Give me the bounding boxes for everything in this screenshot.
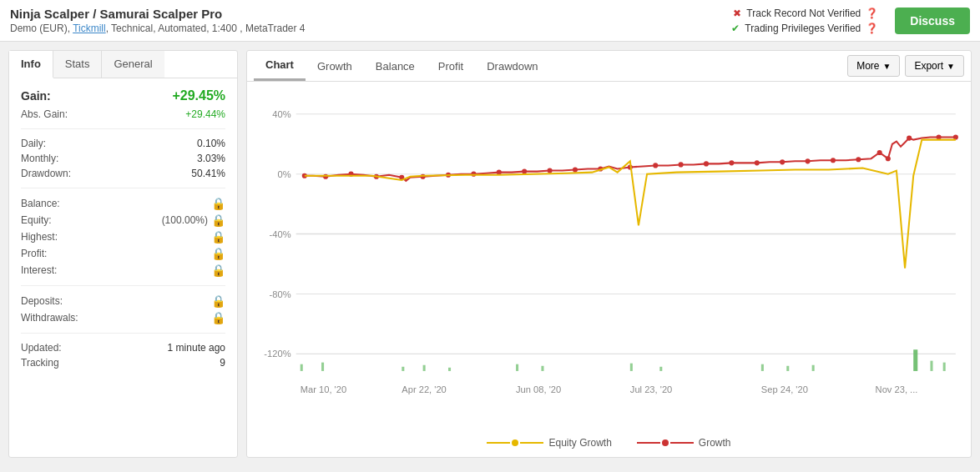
tab-stats[interactable]: Stats xyxy=(53,51,103,78)
svg-text:Jul 23, '20: Jul 23, '20 xyxy=(630,384,672,394)
tab-general[interactable]: General xyxy=(102,51,164,78)
abs-gain-label: Abs. Gain: xyxy=(21,108,68,120)
monthly-label: Monthly: xyxy=(21,153,58,164)
svg-rect-18 xyxy=(402,367,404,371)
drawdown-value: 50.41% xyxy=(191,168,225,179)
gain-label: Gain: xyxy=(21,89,51,103)
drawdown-row: Drawdown: 50.41% xyxy=(21,166,225,181)
trading-privileges-status: ✔ Trading Privileges Verified ❓ xyxy=(731,23,878,34)
daily-label: Daily: xyxy=(21,138,46,149)
right-panel: Chart Growth Balance Profit Drawdown Mor… xyxy=(246,50,972,458)
updated-row: Updated: 1 minute ago xyxy=(21,340,225,355)
header-left: Ninja Scalper / Samurai Scalper Pro Demo… xyxy=(10,7,305,34)
abs-gain-value: +29.44% xyxy=(185,108,225,120)
daily-row: Daily: 0.10% xyxy=(21,136,225,151)
header-subtitle: Demo (EUR), Tickmill, Technical, Automat… xyxy=(10,23,305,34)
profit-lock-icon: 🔒 xyxy=(211,247,225,260)
check-icon: ✔ xyxy=(731,23,740,34)
updated-label: Updated: xyxy=(21,342,62,354)
growth-line-indicator xyxy=(637,439,694,446)
interest-label: Interest: xyxy=(21,264,57,276)
svg-point-38 xyxy=(471,172,476,177)
svg-point-45 xyxy=(653,163,658,168)
chart-legend: Equity Growth Growth xyxy=(247,432,971,457)
equity-growth-line-indicator xyxy=(487,439,543,446)
track-record-status: ✖ Track Record Not Verified ❓ xyxy=(733,8,878,19)
equity-value-group: (100.00%) 🔒 xyxy=(162,213,225,227)
chart-tab-profit[interactable]: Profit xyxy=(427,53,475,80)
svg-point-41 xyxy=(548,168,553,173)
balance-label: Balance: xyxy=(21,198,60,209)
svg-point-48 xyxy=(729,160,734,165)
growth-label: Growth xyxy=(699,437,731,449)
header: Ninja Scalper / Samurai Scalper Pro Demo… xyxy=(0,0,980,42)
svg-point-55 xyxy=(886,156,891,161)
svg-rect-30 xyxy=(943,363,946,371)
tracking-label: Tracking xyxy=(21,357,59,369)
tracking-row: Tracking 9 xyxy=(21,355,225,370)
tracking-value: 9 xyxy=(220,357,225,369)
main-content: Info Stats General Gain: +29.45% Abs. Ga… xyxy=(0,42,980,466)
gain-row: Gain: +29.45% xyxy=(21,88,225,103)
svg-text:-40%: -40% xyxy=(270,229,291,239)
chart-tab-bar: Chart Growth Balance Profit Drawdown Mor… xyxy=(247,51,971,82)
svg-rect-23 xyxy=(630,364,633,371)
svg-rect-19 xyxy=(423,365,426,371)
svg-point-49 xyxy=(755,160,760,165)
more-arrow-icon: ▼ xyxy=(883,62,892,71)
svg-rect-28 xyxy=(913,349,917,371)
equity-label: Equity: xyxy=(21,214,52,226)
svg-rect-22 xyxy=(541,366,543,371)
broker-link[interactable]: Tickmill xyxy=(73,23,106,34)
svg-text:Nov 23, ...: Nov 23, ... xyxy=(876,384,918,394)
equity-growth-label: Equity Growth xyxy=(548,437,611,449)
chart-tab-drawdown[interactable]: Drawdown xyxy=(475,53,549,80)
chart-tab-chart[interactable]: Chart xyxy=(254,51,306,81)
svg-rect-27 xyxy=(812,365,815,371)
divider-4 xyxy=(21,333,225,334)
svg-point-46 xyxy=(679,162,684,167)
verification-area: ✖ Track Record Not Verified ❓ ✔ Trading … xyxy=(731,8,878,34)
svg-point-53 xyxy=(856,157,861,162)
svg-point-40 xyxy=(522,169,527,174)
updated-value: 1 minute ago xyxy=(168,342,225,354)
legend-equity-growth: Equity Growth xyxy=(487,437,611,449)
discuss-button[interactable]: Discuss xyxy=(895,8,970,34)
divider-2 xyxy=(21,188,225,188)
monthly-row: Monthly: 3.03% xyxy=(21,151,225,166)
chart-area: 40% 0% -40% -80% -120% Mar 10, '20 Apr 2… xyxy=(247,82,971,432)
deposits-lock-icon: 🔒 xyxy=(211,294,225,308)
tab-info[interactable]: Info xyxy=(9,51,53,78)
equity-value: (100.00%) xyxy=(162,214,208,226)
withdrawals-lock-icon: 🔒 xyxy=(211,311,225,324)
export-button[interactable]: Export ▼ xyxy=(905,55,964,77)
equity-row: Equity: (100.00%) 🔒 xyxy=(21,212,225,228)
svg-rect-29 xyxy=(930,361,932,371)
cross-icon: ✖ xyxy=(733,8,741,19)
interest-lock-icon: 🔒 xyxy=(211,264,225,277)
chart-tab-growth[interactable]: Growth xyxy=(306,53,364,80)
equity-line-segment2 xyxy=(520,442,543,444)
more-button[interactable]: More ▼ xyxy=(847,55,900,77)
system-title: Ninja Scalper / Samurai Scalper Pro xyxy=(10,7,305,21)
gain-value: +29.45% xyxy=(172,88,225,103)
abs-gain-row: Abs. Gain: +29.44% xyxy=(21,107,225,122)
svg-point-50 xyxy=(780,159,785,164)
track-record-help-icon[interactable]: ❓ xyxy=(866,8,878,19)
divider-1 xyxy=(21,128,225,129)
trading-privileges-label: Trading Privileges Verified xyxy=(745,23,861,34)
chart-svg: 40% 0% -40% -80% -120% Mar 10, '20 Apr 2… xyxy=(254,88,964,405)
chart-tab-balance[interactable]: Balance xyxy=(364,53,427,80)
deposits-row: Deposits: 🔒 xyxy=(21,293,225,309)
deposits-label: Deposits: xyxy=(21,295,63,307)
drawdown-label: Drawdown: xyxy=(21,168,71,179)
growth-dot xyxy=(662,439,669,446)
chart-actions: More ▼ Export ▼ xyxy=(847,55,964,77)
svg-rect-16 xyxy=(301,364,303,371)
svg-point-54 xyxy=(877,150,882,155)
balance-lock-icon: 🔒 xyxy=(211,197,225,210)
daily-value: 0.10% xyxy=(197,138,225,149)
svg-point-52 xyxy=(831,158,836,163)
trading-privileges-help-icon[interactable]: ❓ xyxy=(866,23,878,34)
svg-text:40%: 40% xyxy=(272,109,290,119)
